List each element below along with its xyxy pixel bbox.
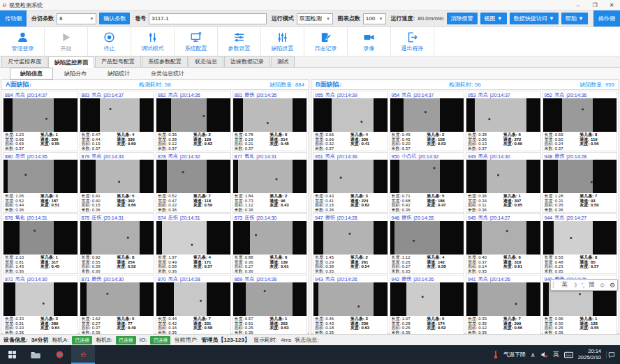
help-menu-button[interactable]: 帮助 ▼ bbox=[561, 13, 588, 24]
defect-cell[interactable]: 876 氧化 |20:14:31 长度: 2.10宽度: 0.81面积: 1.4… bbox=[3, 213, 78, 274]
defect-image[interactable] bbox=[233, 221, 307, 255]
speaker-icon[interactable] bbox=[540, 351, 548, 358]
defect-cell[interactable]: 947 擦伤 |20:14:28 长度: 1.45宽度: 0.29面积: 0.3… bbox=[313, 213, 388, 274]
defect-image[interactable] bbox=[466, 160, 540, 193]
defect-image[interactable] bbox=[466, 221, 540, 255]
defect-image[interactable] bbox=[466, 282, 540, 316]
defect-image[interactable] bbox=[233, 282, 307, 316]
defect-cell[interactable]: 884 黑点 |20:14:37 长度: 1.23宽度: 0.65面积: 0.6… bbox=[3, 91, 78, 151]
defect-image[interactable] bbox=[80, 160, 154, 193]
defect-image[interactable] bbox=[390, 221, 464, 255]
defect-cell[interactable]: 869 黑点 |20:14:28 长度: 0.57宽度: 0.51面积: 0.2… bbox=[232, 275, 308, 335]
defect-image[interactable] bbox=[543, 98, 617, 132]
defect-cell[interactable]: 952 黑点 |20:14:36 长度: 0.55宽度: 0.50面积: 0.2… bbox=[542, 91, 618, 151]
defect-image[interactable] bbox=[3, 282, 78, 316]
defect-cell[interactable]: 880 压伤 |20:14:35 长度: 1.05宽度: 0.52面积: 0.4… bbox=[3, 152, 78, 213]
defect-image[interactable] bbox=[80, 98, 154, 132]
defect-image[interactable] bbox=[3, 160, 78, 193]
tab-test[interactable]: 测试 bbox=[271, 56, 295, 67]
parameter-settings-button[interactable]: 参数设置 bbox=[218, 27, 261, 56]
data-access-menu-button[interactable]: 数据快捷访问 ▼ bbox=[510, 13, 559, 24]
tab-size-monitor[interactable]: 尺寸监控界面 bbox=[1, 56, 47, 67]
defect-cell[interactable]: 941 黑点 |20:14:26 长度: 0.39宽度: 0.35面积: 0.1… bbox=[466, 275, 541, 335]
tab-system-param-config[interactable]: 系统参数配置 bbox=[142, 56, 188, 67]
defect-cell[interactable]: 878 黑点 |20:14:32 长度: 0.52宽度: 0.47面积: 0.2… bbox=[156, 152, 231, 213]
defect-image[interactable] bbox=[156, 98, 230, 132]
emoji-icon[interactable]: ☺ bbox=[599, 282, 605, 289]
keyboard-icon[interactable] bbox=[564, 351, 573, 358]
ime-punctuation-toggle[interactable]: ’, bbox=[582, 282, 585, 289]
defect-image[interactable] bbox=[233, 160, 307, 193]
defect-image[interactable] bbox=[543, 160, 617, 193]
subtab-defect-statistics[interactable]: 缺陷统计 bbox=[98, 68, 140, 79]
weather-headline[interactable]: 气温下降 bbox=[503, 351, 526, 358]
defect-image[interactable] bbox=[390, 282, 464, 316]
defect-image[interactable] bbox=[313, 282, 388, 316]
defect-image[interactable] bbox=[466, 98, 540, 132]
stop-button[interactable]: 停止 bbox=[88, 27, 131, 56]
defect-cell[interactable]: 870 黑点 |20:14:28 长度: 0.44宽度: 0.42面积: 0.1… bbox=[156, 275, 231, 335]
defect-cell[interactable]: 877 氧化 |20:14:31 长度: 1.84宽度: 0.73面积: 1.1… bbox=[232, 152, 308, 213]
thermometer-icon[interactable] bbox=[493, 350, 499, 359]
defect-image[interactable] bbox=[233, 98, 307, 132]
defect-cell[interactable]: 875 压伤 |20:14:31 长度: 0.92宽度: 0.55面积: 0.3… bbox=[80, 213, 155, 274]
defect-cell[interactable]: 948 擦伤 |20:14:28 长度: 1.28宽度: 0.31面积: 0.3… bbox=[542, 152, 618, 213]
defect-cell[interactable]: 945 黑点 |20:14:27 长度: 0.40宽度: 0.37面积: 0.1… bbox=[466, 213, 541, 274]
operator-side-button[interactable]: 操作侧 bbox=[593, 10, 620, 26]
file-explorer-icon[interactable] bbox=[24, 345, 47, 364]
defect-cell[interactable]: 954 黑点 |20:14:37 长度: 0.49宽度: 0.45面积: 0.2… bbox=[390, 91, 465, 151]
chart-points-select[interactable]: 100 ▼ bbox=[363, 13, 386, 24]
view-menu-button[interactable]: 视图 ▼ bbox=[480, 13, 507, 24]
maximize-button[interactable]: ❐ bbox=[586, 2, 603, 8]
minimize-button[interactable]: – bbox=[570, 2, 586, 8]
defect-cell[interactable]: 882 黑点 |20:14:35 长度: 0.35宽度: 0.38面积: 0.1… bbox=[156, 91, 231, 151]
taskbar-active-app[interactable]: ℮ bbox=[71, 345, 95, 364]
defect-image[interactable] bbox=[156, 282, 230, 316]
tray-expand-icon[interactable]: ∧ bbox=[531, 351, 536, 358]
defect-cell[interactable]: 872 黑点 |20:14:30 长度: 0.33宽度: 0.31面积: 0.1… bbox=[3, 275, 78, 335]
roll-number-input[interactable]: 3117-1 bbox=[149, 13, 266, 24]
defect-cell[interactable]: 942 擦伤 |20:14:26 长度: 1.07宽度: 0.28面积: 0.2… bbox=[390, 275, 465, 335]
defect-cell[interactable]: 951 黑点 |20:14:36 长度: 0.43宽度: 0.41面积: 0.1… bbox=[313, 152, 388, 213]
close-button[interactable]: ✕ bbox=[603, 2, 620, 8]
defect-cell[interactable]: 955 黑点 |20:14:39 长度: 0.66宽度: 0.66面积: 0.3… bbox=[313, 91, 388, 151]
defect-cell[interactable]: 943 黑点 |20:14:26 长度: 0.46宽度: 0.43面积: 0.1… bbox=[313, 275, 388, 335]
defect-settings-button[interactable]: 缺陷设置 bbox=[261, 27, 304, 56]
split-count-select[interactable]: 8 ▼ bbox=[57, 13, 96, 24]
clear-alarm-button[interactable]: 清除报警 bbox=[447, 13, 478, 24]
panel-b-title[interactable]: B面缺陷↓ bbox=[316, 80, 415, 89]
tab-product-model-config[interactable]: 产品型号配置 bbox=[95, 56, 141, 67]
defect-image[interactable] bbox=[313, 98, 388, 132]
defect-image[interactable] bbox=[313, 221, 388, 255]
debug-mode-button[interactable]: 调试模式 bbox=[131, 27, 175, 56]
defect-image[interactable] bbox=[80, 221, 154, 255]
defect-image[interactable] bbox=[543, 221, 617, 255]
defect-cell[interactable]: 874 压伤 |20:14:31 长度: 1.37宽度: 0.49面积: 0.5… bbox=[156, 213, 231, 274]
log-record-button[interactable]: 日志记录 bbox=[304, 27, 348, 56]
defect-image[interactable] bbox=[80, 282, 154, 316]
defect-image[interactable] bbox=[3, 98, 78, 132]
confirm-count-button[interactable]: 确认条数 bbox=[99, 13, 130, 24]
defect-cell[interactable]: 944 黑点 |20:14:27 长度: 0.53宽度: 0.48面积: 0.2… bbox=[542, 213, 618, 274]
ime-simplified-toggle[interactable]: 简 bbox=[589, 280, 595, 289]
subtab-class-info-statistics[interactable]: 分类信息统计 bbox=[141, 68, 194, 79]
defect-cell[interactable]: 950 小凸坑 |20:14:32 长度: 0.71宽度: 0.68面积: 0.… bbox=[390, 152, 465, 213]
record-video-button[interactable]: 录像 bbox=[348, 27, 391, 56]
ime-language-toggle[interactable]: 英 bbox=[561, 280, 568, 289]
taskbar-clock[interactable]: 20:14 2025/2/10 bbox=[578, 349, 601, 361]
tab-status-info[interactable]: 状态信息 bbox=[189, 56, 223, 67]
defect-image[interactable] bbox=[156, 221, 230, 255]
subtab-defect-info[interactable]: 缺陷信息 bbox=[10, 68, 53, 79]
defect-cell[interactable]: 953 黑点 |20:14:37 长度: 0.38宽度: 0.36面积: 0.1… bbox=[466, 91, 541, 151]
defect-cell[interactable]: 871 擦伤 |20:14:30 长度: 1.62宽度: 0.27面积: 0.3… bbox=[80, 275, 155, 335]
notification-center-icon[interactable] bbox=[606, 351, 616, 358]
defect-cell[interactable]: 883 黑点 |20:14:37 长度: 0.47宽度: 0.44面积: 0.1… bbox=[80, 91, 155, 151]
run-mode-select[interactable]: 双面检测 ▼ bbox=[297, 13, 333, 24]
defect-cell[interactable]: 873 压伤 |20:14:30 长度: 0.88宽度: 0.36面积: 0.2… bbox=[232, 213, 308, 274]
subtab-defect-distribution[interactable]: 缺陷分布 bbox=[54, 68, 96, 79]
system-config-button[interactable]: 系统配置 bbox=[175, 27, 218, 56]
defect-image[interactable] bbox=[313, 160, 388, 193]
defect-image[interactable] bbox=[156, 160, 230, 193]
start-button[interactable]: 开始 bbox=[45, 27, 88, 56]
defect-cell[interactable]: 881 擦伤 |20:14:35 长度: 0.78宽度: 0.29面积: 0.2… bbox=[232, 91, 308, 151]
